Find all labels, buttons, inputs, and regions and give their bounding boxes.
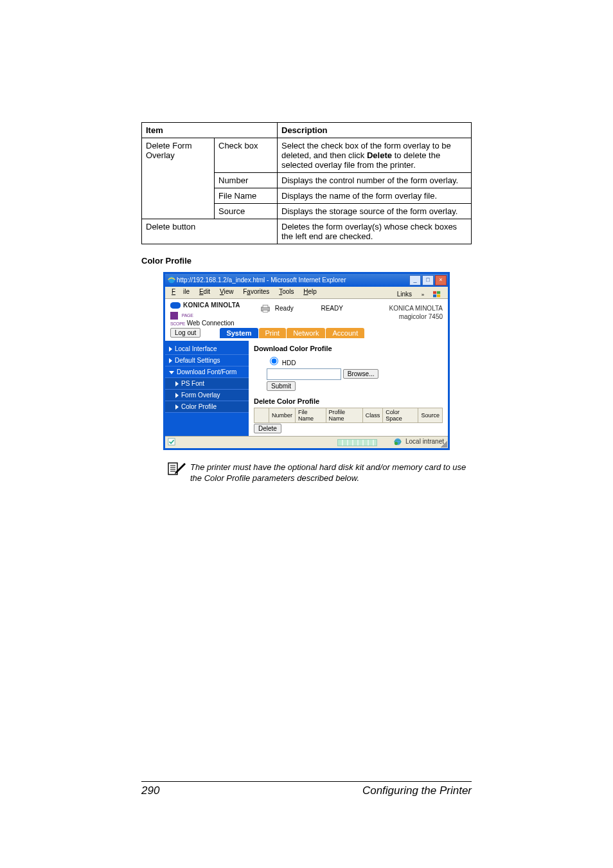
cell-delete-form-overlay: Delete Form Overlay bbox=[142, 138, 215, 219]
progress-indicator bbox=[337, 439, 377, 446]
pagescope-icon bbox=[170, 312, 178, 320]
menu-tools[interactable]: Tools bbox=[275, 287, 298, 296]
menu-edit[interactable]: Edit bbox=[195, 287, 214, 296]
cell-desc-delete-button: Deletes the form overlay(s) whose check … bbox=[278, 219, 472, 244]
tab-print[interactable]: Print bbox=[259, 328, 287, 338]
col-number: Number bbox=[269, 408, 296, 422]
page-number: 290 bbox=[141, 784, 159, 797]
hdd-label: HDD bbox=[282, 359, 296, 366]
svg-rect-2 bbox=[437, 291, 440, 294]
footer-title: Configuring the Printer bbox=[362, 784, 472, 797]
cell-desc-filename: Displays the name of the form overlay fi… bbox=[278, 188, 472, 204]
tab-network[interactable]: Network bbox=[287, 328, 325, 338]
col-source: Source bbox=[418, 408, 443, 422]
col-description: Description bbox=[278, 123, 472, 138]
note-block: The printer must have the optional hard … bbox=[167, 460, 472, 484]
close-button[interactable]: × bbox=[435, 275, 447, 285]
hdd-radio[interactable] bbox=[270, 357, 278, 365]
svg-rect-7 bbox=[263, 310, 268, 312]
note-icon bbox=[167, 460, 186, 476]
cell-sub-source: Source bbox=[215, 204, 278, 219]
left-nav: Local Interface Default Settings Downloa… bbox=[165, 341, 249, 436]
col-checkbox bbox=[254, 408, 269, 422]
cell-desc-source: Displays the storage source of the form … bbox=[278, 204, 472, 219]
device-model: magicolor 7450 bbox=[389, 312, 443, 321]
logout-button[interactable]: Log out bbox=[170, 328, 200, 338]
svg-rect-4 bbox=[437, 294, 440, 297]
nav-form-overlay[interactable]: Form Overlay bbox=[165, 390, 249, 401]
menu-favorites[interactable]: Favorites bbox=[239, 287, 273, 296]
nav-ps-font[interactable]: PS Font bbox=[165, 378, 249, 390]
file-path-input[interactable] bbox=[267, 368, 341, 380]
ie-icon bbox=[167, 275, 176, 284]
text-bold: Delete bbox=[367, 150, 392, 160]
col-item: Item bbox=[142, 123, 278, 138]
status-ready-text: READY bbox=[321, 305, 342, 312]
svg-point-11 bbox=[395, 442, 398, 445]
intranet-icon bbox=[394, 438, 402, 446]
nav-default-settings[interactable]: Default Settings bbox=[165, 355, 249, 366]
menu-view[interactable]: View bbox=[216, 287, 238, 296]
nav-local-interface[interactable]: Local Interface bbox=[165, 343, 249, 355]
links-label[interactable]: Links bbox=[393, 289, 416, 299]
svg-rect-1 bbox=[433, 291, 436, 294]
col-color-space: Color Space bbox=[383, 408, 418, 422]
brand-logo: KONICA MINOLTA bbox=[170, 302, 260, 309]
section-title-color-profile: Color Profile bbox=[141, 256, 472, 266]
minimize-button[interactable]: _ bbox=[409, 275, 421, 285]
printer-icon bbox=[260, 304, 271, 313]
browse-button[interactable]: Browse... bbox=[343, 369, 379, 379]
cell-desc-number: Displays the control number of the form … bbox=[278, 173, 472, 188]
tab-account[interactable]: Account bbox=[326, 328, 364, 338]
browser-window: http://192.168.1.2/a_index.html - Micros… bbox=[163, 272, 450, 450]
tab-system[interactable]: System bbox=[220, 328, 258, 338]
window-titlebar[interactable]: http://192.168.1.2/a_index.html - Micros… bbox=[165, 274, 448, 287]
col-file-name: File Name bbox=[296, 408, 326, 422]
svg-rect-3 bbox=[433, 294, 436, 297]
status-bar: Local intranet bbox=[165, 436, 448, 448]
svg-rect-8 bbox=[168, 439, 175, 445]
device-brand: KONICA MINOLTA bbox=[389, 304, 443, 312]
heading-delete-color-profile: Delete Color Profile bbox=[254, 397, 443, 405]
submit-button[interactable]: Submit bbox=[267, 381, 296, 391]
nav-download-font-form[interactable]: Download Font/Form bbox=[165, 366, 249, 378]
page-footer: 290 Configuring the Printer bbox=[141, 781, 472, 797]
windows-flag-icon bbox=[432, 291, 441, 298]
resize-grip-icon[interactable] bbox=[441, 441, 447, 448]
col-class: Class bbox=[362, 408, 383, 422]
window-title: http://192.168.1.2/a_index.html - Micros… bbox=[177, 276, 346, 284]
cell-delete-button: Delete button bbox=[142, 219, 278, 244]
svg-point-0 bbox=[168, 276, 175, 284]
menu-file[interactable]: File bbox=[168, 287, 193, 296]
cell-desc-checkbox: Select the check box of the form overlay… bbox=[278, 138, 472, 173]
note-text: The printer must have the optional hard … bbox=[190, 460, 472, 484]
delete-color-profile-table: Number File Name Profile Name Class Colo… bbox=[254, 408, 443, 423]
maximize-button[interactable]: □ bbox=[422, 275, 434, 285]
col-profile-name: Profile Name bbox=[326, 408, 362, 422]
cell-sub-number: Number bbox=[215, 173, 278, 188]
status-ready-label: Ready bbox=[275, 305, 294, 312]
cell-sub-filename: File Name bbox=[215, 188, 278, 204]
pagescope-label: PAGESCOPE Web Connection bbox=[170, 311, 260, 326]
nav-color-profile[interactable]: Color Profile bbox=[165, 401, 249, 413]
main-content: Download Color Profile HDD Browse... Sub… bbox=[249, 341, 448, 436]
menu-bar: File Edit View Favorites Tools Help Link… bbox=[165, 287, 448, 299]
delete-button[interactable]: Delete bbox=[254, 424, 281, 433]
menu-help[interactable]: Help bbox=[299, 287, 321, 296]
description-table: Item Description Delete Form Overlay Che… bbox=[141, 122, 472, 244]
done-icon bbox=[168, 438, 175, 446]
svg-rect-6 bbox=[263, 305, 268, 308]
cell-sub-checkbox: Check box bbox=[215, 138, 278, 173]
zone-label: Local intranet bbox=[405, 438, 444, 445]
heading-download-color-profile: Download Color Profile bbox=[254, 345, 443, 352]
